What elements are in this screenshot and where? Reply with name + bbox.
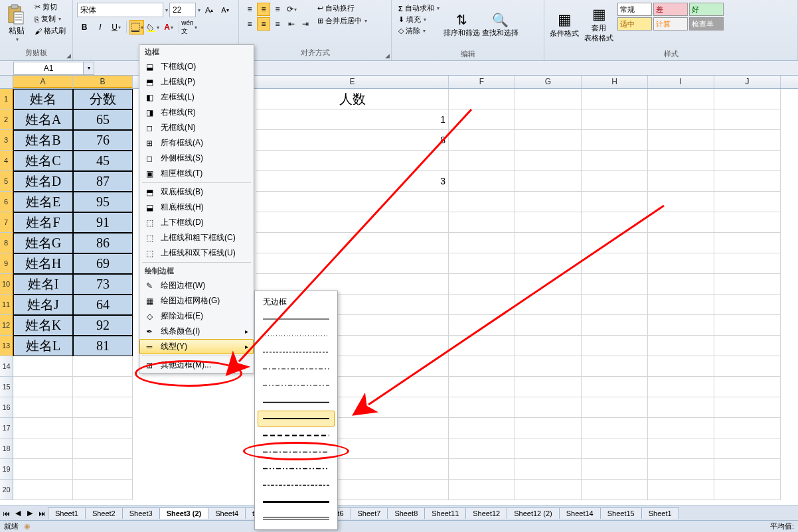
align-middle-button[interactable]: ≡: [257, 3, 270, 16]
menu-more-borders[interactable]: ⊞其他边框(M)...: [139, 358, 254, 373]
colhdr-i[interactable]: I: [648, 76, 714, 88]
rowhdr[interactable]: 16: [0, 397, 13, 418]
cell[interactable]: 65: [73, 109, 133, 130]
cell[interactable]: [73, 418, 133, 438]
menu-erase-border[interactable]: ◇擦除边框(E): [139, 308, 254, 324]
cell[interactable]: [648, 397, 714, 418]
align-top-button[interactable]: ≡: [243, 3, 256, 16]
cell[interactable]: [449, 336, 515, 356]
cell[interactable]: [73, 356, 133, 377]
cell[interactable]: [582, 151, 648, 171]
line-slant[interactable]: [258, 477, 335, 493]
cell[interactable]: [449, 315, 515, 336]
line-dashdotdot[interactable]: [258, 377, 335, 393]
cell[interactable]: [582, 438, 648, 459]
cell[interactable]: [256, 192, 449, 212]
rowhdr[interactable]: 17: [0, 418, 13, 438]
sheet-tab[interactable]: Sheet14: [559, 507, 601, 519]
merge-button[interactable]: ⊞合并后居中▾: [315, 15, 370, 27]
cell[interactable]: [714, 151, 781, 171]
name-box[interactable]: [13, 62, 84, 75]
colhdr-a[interactable]: A: [13, 76, 73, 88]
cell[interactable]: [714, 459, 781, 480]
line-dotted[interactable]: [258, 328, 335, 344]
cell[interactable]: [449, 397, 515, 418]
sheet-tab[interactable]: Sheet8: [387, 507, 425, 519]
rowhdr[interactable]: 19: [0, 459, 13, 480]
cell[interactable]: [582, 274, 648, 295]
menu-border-6[interactable]: ◻外侧框线(S): [139, 151, 254, 166]
cell[interactable]: [515, 438, 582, 459]
cell[interactable]: [13, 480, 73, 500]
select-all-corner[interactable]: [0, 76, 13, 88]
rowhdr[interactable]: 4: [0, 151, 13, 171]
menu-border-11[interactable]: ⬚上框线和粗下框线(C): [139, 230, 254, 245]
align-center-button[interactable]: ≡: [257, 17, 270, 31]
cell[interactable]: [515, 109, 582, 130]
colhdr-f[interactable]: F: [449, 76, 515, 88]
cell[interactable]: [714, 253, 781, 274]
cell[interactable]: [648, 438, 714, 459]
cell[interactable]: [648, 253, 714, 274]
cell[interactable]: [449, 438, 515, 459]
cell[interactable]: [648, 315, 714, 336]
menu-border-1[interactable]: ⬒上框线(P): [139, 74, 254, 90]
menu-border-3[interactable]: ◨右框线(R): [139, 105, 254, 120]
cell[interactable]: [714, 315, 781, 336]
sheet-tab[interactable]: Sheet1: [48, 507, 86, 519]
line-dashdot[interactable]: [258, 361, 335, 377]
cell[interactable]: [648, 192, 714, 212]
line-medium[interactable]: [258, 394, 335, 410]
grow-font-button[interactable]: A▴: [202, 3, 216, 17]
cell[interactable]: [73, 377, 133, 397]
cell[interactable]: [582, 171, 648, 192]
cell[interactable]: [648, 233, 714, 253]
cell[interactable]: [515, 480, 582, 500]
fill-color-button[interactable]: ▾: [145, 20, 160, 34]
record-macro-icon[interactable]: ◉: [24, 522, 31, 531]
sheet-tab[interactable]: Sheet1: [641, 507, 679, 519]
fill-button[interactable]: ⬇填充▾: [396, 14, 442, 25]
cell[interactable]: [714, 212, 781, 233]
orientation-button[interactable]: ⟳▾: [285, 3, 298, 16]
line-dash-fine[interactable]: [258, 344, 335, 360]
cell[interactable]: [73, 438, 133, 459]
cell[interactable]: [515, 89, 582, 109]
cell[interactable]: 分数: [73, 89, 133, 109]
tab-nav-prev[interactable]: ◀: [12, 507, 24, 519]
cell[interactable]: [256, 233, 449, 253]
cell[interactable]: [449, 480, 515, 500]
cell[interactable]: 73: [73, 274, 133, 295]
cell[interactable]: [648, 480, 714, 500]
cell[interactable]: [714, 109, 781, 130]
cell[interactable]: 姓名: [13, 89, 73, 109]
cell[interactable]: 76: [73, 130, 133, 151]
cell[interactable]: 45: [73, 151, 133, 171]
sheet-tab[interactable]: Sheet3 (2): [159, 507, 209, 519]
rowhdr[interactable]: 18: [0, 438, 13, 459]
line-thin[interactable]: [258, 311, 335, 327]
cell[interactable]: [515, 212, 582, 233]
cell[interactable]: [582, 295, 648, 315]
font-color-button[interactable]: A▾: [161, 20, 176, 34]
cell[interactable]: [582, 418, 648, 438]
line-med-dashdot[interactable]: [258, 444, 335, 460]
rowhdr[interactable]: 8: [0, 233, 13, 253]
tab-nav-last[interactable]: ⏭: [36, 507, 48, 519]
cell[interactable]: [449, 192, 515, 212]
sort-filter-button[interactable]: ⇅ 排序和筛选: [443, 3, 481, 46]
sheet-tab[interactable]: Sheet2: [85, 507, 123, 519]
menu-line-style[interactable]: ═线型(Y)▸: [139, 339, 254, 354]
wrap-text-button[interactable]: ↩自动换行: [315, 3, 370, 14]
rowhdr[interactable]: 11: [0, 295, 13, 315]
rowhdr[interactable]: 7: [0, 212, 13, 233]
sheet-tab[interactable]: Sheet7: [351, 507, 388, 519]
cell[interactable]: [648, 151, 714, 171]
rowhdr[interactable]: 1: [0, 89, 13, 109]
style-bad[interactable]: 差: [653, 3, 688, 16]
menu-border-9[interactable]: ⬓粗底框线(H): [139, 200, 254, 215]
font-size-input[interactable]: [169, 3, 196, 17]
cell[interactable]: [515, 192, 582, 212]
cell[interactable]: [73, 459, 133, 480]
cell[interactable]: [449, 109, 515, 130]
